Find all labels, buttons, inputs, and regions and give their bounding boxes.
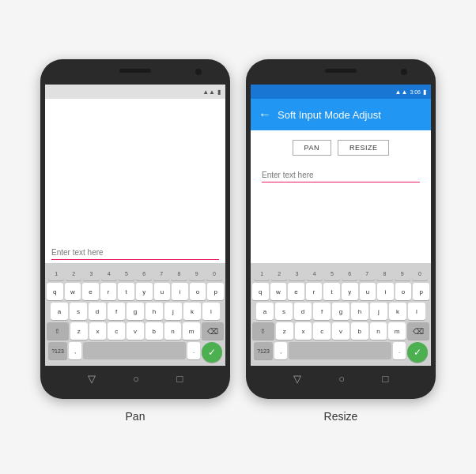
resize-key-w[interactable]: w (270, 283, 287, 300)
resize-key-v[interactable]: v (332, 322, 349, 340)
resize-screen: ▲▲ 3:06 ▮ ← Soft Input Mode Adjust PAN R… (251, 85, 431, 366)
resize-key-y[interactable]: y (342, 283, 358, 300)
resize-key-123[interactable]: ?123 (254, 342, 273, 359)
pan-key-2[interactable]: 2 (66, 266, 81, 280)
pan-mode-button[interactable]: PAN (293, 140, 331, 156)
resize-key-m[interactable]: m (388, 322, 406, 340)
pan-input-area (45, 239, 225, 263)
resize-key-g[interactable]: g (332, 303, 349, 320)
resize-key-enter[interactable]: ✓ (407, 342, 428, 363)
resize-key-h[interactable]: h (351, 303, 368, 320)
resize-key-p[interactable]: p (413, 283, 429, 300)
resize-key-7[interactable]: 7 (359, 266, 375, 280)
pan-key-f[interactable]: f (108, 303, 125, 320)
pan-key-delete[interactable]: ⌫ (202, 322, 224, 340)
pan-key-e[interactable]: e (82, 283, 99, 300)
pan-key-7[interactable]: 7 (153, 266, 169, 280)
pan-key-8[interactable]: 8 (171, 266, 187, 280)
resize-key-5[interactable]: 5 (324, 266, 340, 280)
pan-key-shift[interactable]: ⇧ (47, 322, 69, 340)
pan-key-s[interactable]: s (70, 303, 87, 320)
resize-key-1[interactable]: 1 (254, 266, 270, 280)
pan-key-m[interactable]: m (183, 322, 200, 340)
resize-key-e[interactable]: e (288, 283, 304, 300)
pan-key-u[interactable]: u (154, 283, 171, 300)
pan-key-a[interactable]: a (51, 303, 68, 320)
resize-back-nav[interactable]: ▽ (293, 373, 301, 385)
resize-key-comma[interactable]: , (274, 342, 287, 359)
resize-key-6[interactable]: 6 (342, 266, 357, 280)
pan-key-comma[interactable]: , (69, 342, 81, 359)
pan-key-i[interactable]: i (172, 283, 188, 300)
resize-key-b[interactable]: b (351, 322, 368, 340)
pan-key-9[interactable]: 9 (189, 266, 205, 280)
pan-key-y[interactable]: y (136, 283, 153, 300)
pan-key-z[interactable]: z (70, 322, 88, 340)
pan-key-p[interactable]: p (207, 283, 224, 300)
pan-key-v[interactable]: v (127, 322, 144, 340)
pan-home-nav[interactable]: ○ (133, 373, 139, 385)
resize-spacebar[interactable] (289, 342, 391, 359)
resize-key-s[interactable]: s (275, 303, 293, 320)
resize-key-d[interactable]: d (294, 303, 312, 320)
pan-key-t[interactable]: t (118, 283, 134, 300)
pan-key-d[interactable]: d (89, 303, 106, 320)
pan-key-l[interactable]: l (202, 303, 220, 320)
pan-key-r[interactable]: r (100, 283, 117, 300)
resize-key-x[interactable]: x (295, 322, 312, 340)
pan-key-n[interactable]: n (164, 322, 182, 340)
pan-key-x[interactable]: x (89, 322, 107, 340)
resize-key-delete[interactable]: ⌫ (407, 322, 429, 340)
resize-key-0[interactable]: 0 (412, 266, 428, 280)
resize-text-input[interactable] (262, 171, 420, 182)
resize-key-c[interactable]: c (313, 322, 331, 340)
pan-back-nav[interactable]: ▽ (88, 373, 96, 385)
resize-key-z[interactable]: z (276, 322, 293, 340)
resize-key-2[interactable]: 2 (271, 266, 287, 280)
pan-key-j[interactable]: j (164, 303, 182, 320)
resize-key-3[interactable]: 3 (289, 266, 304, 280)
pan-key-5[interactable]: 5 (119, 266, 134, 280)
pan-key-3[interactable]: 3 (83, 266, 99, 280)
pan-key-4[interactable]: 4 (101, 266, 117, 280)
pan-recent-nav[interactable]: □ (176, 373, 183, 385)
pan-key-123[interactable]: ?123 (48, 342, 67, 359)
pan-key-b[interactable]: b (145, 322, 163, 340)
pan-key-k[interactable]: k (183, 303, 201, 320)
resize-key-k[interactable]: k (389, 303, 406, 320)
resize-key-j[interactable]: j (370, 303, 387, 320)
resize-key-9[interactable]: 9 (395, 266, 410, 280)
resize-key-8[interactable]: 8 (376, 266, 392, 280)
resize-key-4[interactable]: 4 (307, 266, 323, 280)
pan-key-g[interactable]: g (127, 303, 144, 320)
resize-key-l[interactable]: l (408, 303, 425, 320)
resize-key-u[interactable]: u (360, 283, 376, 300)
pan-spacebar[interactable] (83, 342, 186, 359)
resize-key-i[interactable]: i (377, 283, 394, 300)
resize-key-f[interactable]: f (313, 303, 331, 320)
resize-key-shift[interactable]: ⇧ (252, 322, 274, 340)
resize-recent-nav[interactable]: □ (382, 373, 388, 385)
pan-key-w[interactable]: w (65, 283, 81, 300)
pan-key-h[interactable]: h (145, 303, 163, 320)
pan-key-enter[interactable]: ✓ (202, 342, 222, 363)
resize-keyboard: 1 2 3 4 5 6 7 8 9 0 q w (251, 263, 431, 366)
pan-text-input[interactable] (51, 248, 219, 260)
pan-key-q[interactable]: q (47, 283, 63, 300)
resize-key-t[interactable]: t (323, 283, 340, 300)
pan-key-o[interactable]: o (190, 283, 206, 300)
resize-key-a[interactable]: a (256, 303, 274, 320)
pan-key-0[interactable]: 0 (206, 266, 222, 280)
pan-key-6[interactable]: 6 (136, 266, 152, 280)
pan-key-c[interactable]: c (108, 322, 125, 340)
resize-key-r[interactable]: r (306, 283, 323, 300)
resize-key-o[interactable]: o (395, 283, 412, 300)
pan-key-dot[interactable]: . (187, 342, 200, 359)
resize-back-button[interactable]: ← (259, 107, 271, 122)
resize-key-dot[interactable]: . (393, 342, 406, 359)
pan-key-1[interactable]: 1 (48, 266, 64, 280)
resize-key-q[interactable]: q (252, 283, 269, 300)
resize-key-n[interactable]: n (370, 322, 387, 340)
resize-home-nav[interactable]: ○ (338, 373, 345, 385)
resize-mode-button[interactable]: RESIZE (338, 140, 390, 156)
